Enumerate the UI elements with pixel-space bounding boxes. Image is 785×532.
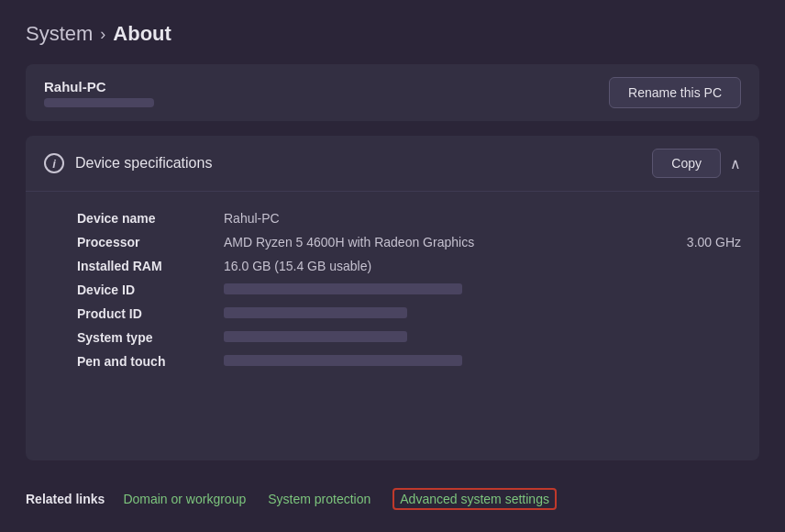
copy-button[interactable]: Copy	[652, 149, 721, 178]
rename-pc-button[interactable]: Rename this PC	[609, 77, 741, 108]
pen-touch-blur	[224, 355, 462, 366]
spec-row-system-type: System type	[77, 326, 741, 349]
spec-value-product-id	[224, 306, 741, 321]
pc-name-text: Rahul-PC	[44, 79, 154, 94]
device-specs-title: Device specifications	[75, 155, 212, 172]
spec-value-pen-touch	[224, 354, 741, 369]
spec-label-device-id: Device ID	[77, 283, 224, 297]
spec-value-installed-ram: 16.0 GB (15.4 GB usable)	[224, 259, 741, 273]
device-specs-section: i Device specifications Copy ∧ Device na…	[26, 136, 759, 460]
info-icon: i	[44, 153, 64, 173]
device-specs-header-left: i Device specifications	[44, 153, 212, 173]
spec-label-device-name: Device name	[77, 211, 224, 226]
spec-value-processor-extra: 3.00 GHz	[687, 235, 741, 249]
breadcrumb-system: System	[26, 22, 93, 46]
spec-value-processor: AMD Ryzen 5 4600H with Radeon Graphics	[224, 235, 650, 249]
pc-name-section: Rahul-PC Rename this PC	[26, 64, 759, 121]
spec-row-pen-touch: Pen and touch	[77, 349, 741, 373]
spec-label-product-id: Product ID	[77, 306, 224, 321]
spec-row-product-id: Product ID	[77, 302, 741, 326]
spec-row-processor: Processor AMD Ryzen 5 4600H with Radeon …	[77, 230, 741, 254]
spec-value-system-type	[224, 330, 741, 345]
device-specs-header: i Device specifications Copy ∧	[26, 136, 759, 192]
related-links-label: Related links	[26, 492, 105, 506]
device-id-blur	[224, 283, 462, 294]
page-container: System › About Rahul-PC Rename this PC i…	[0, 0, 785, 532]
spec-row-device-name: Device name Rahul-PC	[77, 206, 741, 230]
spec-label-installed-ram: Installed RAM	[77, 259, 224, 273]
breadcrumb-separator: ›	[100, 25, 105, 44]
spec-row-installed-ram: Installed RAM 16.0 GB (15.4 GB usable)	[77, 254, 741, 278]
related-link-domain[interactable]: Domain or workgroup	[123, 492, 246, 506]
spec-label-processor: Processor	[77, 235, 224, 249]
system-type-blur	[224, 331, 407, 342]
breadcrumb-about: About	[113, 22, 171, 46]
chevron-up-icon[interactable]: ∧	[730, 155, 741, 172]
device-specs-content: Device name Rahul-PC Processor AMD Ryzen…	[26, 192, 759, 392]
pc-name-sub	[44, 98, 154, 107]
device-specs-header-right: Copy ∧	[652, 149, 741, 178]
spec-label-system-type: System type	[77, 330, 224, 345]
breadcrumb: System › About	[26, 22, 759, 46]
related-link-advanced-settings[interactable]: Advanced system settings	[392, 488, 557, 510]
spec-row-device-id: Device ID	[77, 278, 741, 302]
related-links-section: Related links Domain or workgroup System…	[26, 475, 759, 514]
spec-label-pen-touch: Pen and touch	[77, 354, 224, 369]
related-link-system-protection[interactable]: System protection	[268, 492, 370, 506]
product-id-blur	[224, 307, 407, 318]
spec-value-device-name: Rahul-PC	[224, 211, 741, 226]
pc-name-info: Rahul-PC	[44, 79, 154, 107]
spec-value-device-id	[224, 283, 741, 297]
